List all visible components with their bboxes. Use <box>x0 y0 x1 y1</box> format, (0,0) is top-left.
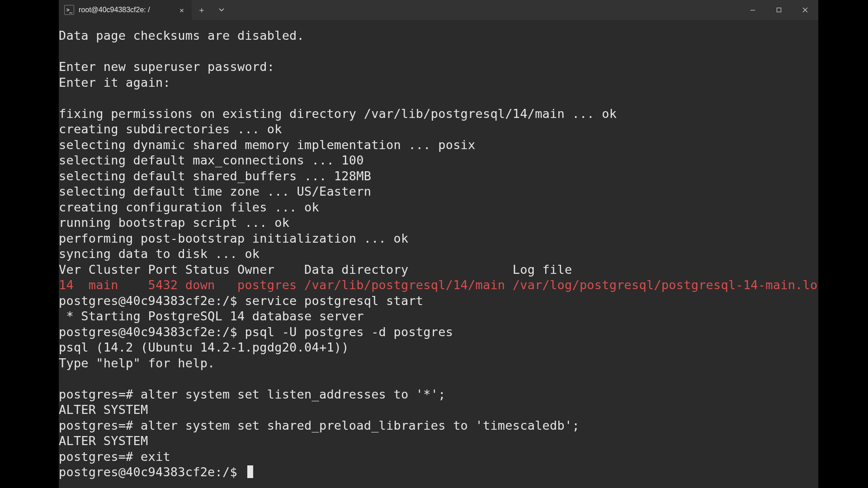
cursor <box>247 465 253 478</box>
terminal-icon: >_ <box>64 5 74 15</box>
tab-dropdown-button[interactable] <box>212 0 231 20</box>
output-line: syncing data to disk ... ok <box>59 247 259 261</box>
prompt: postgres@40c94383cf2e:/$ <box>59 465 245 479</box>
terminal-output[interactable]: Data page checksums are disabled. Enter … <box>59 20 818 488</box>
titlebar: >_ root@40c94383cf2e: / ✕ ＋ <box>59 0 818 20</box>
close-tab-button[interactable]: ✕ <box>177 5 186 14</box>
command: exit <box>141 450 170 464</box>
psql-prompt: postgres=# <box>59 418 141 432</box>
chevron-down-icon <box>218 7 225 13</box>
output-line: running bootstrap script ... ok <box>59 216 289 230</box>
output-line-error: 14 main 5432 down postgres /var/lib/post… <box>59 278 818 292</box>
output-line: Enter new superuser password: <box>59 60 274 74</box>
output-line: fixing permissions on existing directory… <box>59 107 617 121</box>
output-line: selecting default max_connections ... 10… <box>59 153 364 167</box>
output-line: selecting default shared_buffers ... 128… <box>59 169 371 183</box>
maximize-button[interactable] <box>766 0 792 20</box>
close-icon <box>802 7 808 13</box>
command: psql -U postgres -d postgres <box>245 325 453 339</box>
tabstrip: >_ root@40c94383cf2e: / ✕ ＋ <box>59 0 740 20</box>
output-line: ALTER SYSTEM <box>59 434 148 448</box>
command: alter system set shared_preload_librarie… <box>141 418 580 432</box>
svg-rect-0 <box>750 10 755 10</box>
maximize-icon <box>776 7 782 13</box>
output-line: performing post-bootstrap initialization… <box>59 231 408 245</box>
tab-active[interactable]: >_ root@40c94383cf2e: / ✕ <box>59 0 192 20</box>
output-line: ALTER SYSTEM <box>59 403 148 417</box>
close-window-button[interactable] <box>792 0 818 20</box>
command: alter system set listen_addresses to '*'… <box>141 387 446 401</box>
svg-rect-1 <box>777 8 781 12</box>
psql-prompt: postgres=# <box>59 450 141 464</box>
minimize-button[interactable] <box>740 0 766 20</box>
output-line: creating configuration files ... ok <box>59 200 319 214</box>
minimize-icon <box>750 7 755 13</box>
prompt: postgres@40c94383cf2e:/$ <box>59 325 245 339</box>
terminal-window: >_ root@40c94383cf2e: / ✕ ＋ Data page ch… <box>59 0 818 488</box>
tab-title: root@40c94383cf2e: / <box>79 6 173 14</box>
output-line: Enter it again: <box>59 75 170 89</box>
new-tab-button[interactable]: ＋ <box>192 0 212 20</box>
output-line: Ver Cluster Port Status Owner Data direc… <box>59 263 572 277</box>
window-controls <box>740 0 818 20</box>
psql-prompt: postgres=# <box>59 387 141 401</box>
ok-pad <box>364 309 818 323</box>
output-line: Type "help" for help. <box>59 356 215 370</box>
output-line: creating subdirectories ... ok <box>59 122 282 136</box>
prompt: postgres@40c94383cf2e:/$ <box>59 294 245 308</box>
output-line: * Starting PostgreSQL 14 database server <box>59 309 364 323</box>
command: service postgresql start <box>245 294 423 308</box>
output-line: selecting default time zone ... US/Easte… <box>59 184 371 198</box>
output-line: selecting dynamic shared memory implemen… <box>59 138 476 152</box>
output-line: Data page checksums are disabled. <box>59 28 304 42</box>
output-line: psql (14.2 (Ubuntu 14.2-1.pgdg20.04+1)) <box>59 340 349 354</box>
